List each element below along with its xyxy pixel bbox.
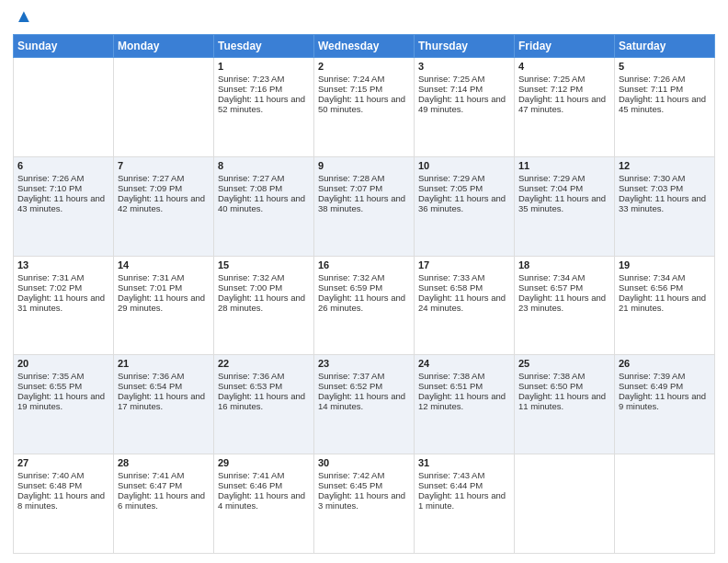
sunrise-text: Sunrise: 7:35 AM	[17, 371, 109, 381]
day-number: 22	[218, 358, 310, 369]
day-number: 20	[17, 358, 109, 369]
calendar-cell: 7Sunrise: 7:27 AMSunset: 7:09 PMDaylight…	[114, 156, 214, 256]
day-number: 16	[318, 259, 410, 270]
sunrise-text: Sunrise: 7:36 AM	[118, 371, 210, 381]
sunrise-text: Sunrise: 7:31 AM	[17, 272, 109, 282]
sunset-text: Sunset: 7:16 PM	[218, 84, 310, 94]
calendar-cell: 9Sunrise: 7:28 AMSunset: 7:07 PMDaylight…	[314, 156, 415, 256]
sunrise-text: Sunrise: 7:34 AM	[619, 272, 711, 282]
daylight-text: Daylight: 11 hours and 16 minutes.	[218, 391, 310, 411]
day-number: 8	[218, 160, 310, 171]
calendar-week-row: 1Sunrise: 7:23 AMSunset: 7:16 PMDaylight…	[14, 58, 715, 157]
day-number: 21	[118, 358, 210, 369]
calendar-cell: 8Sunrise: 7:27 AMSunset: 7:08 PMDaylight…	[214, 156, 314, 256]
sunrise-text: Sunrise: 7:30 AM	[619, 173, 711, 183]
calendar-cell: 13Sunrise: 7:31 AMSunset: 7:02 PMDayligh…	[14, 256, 114, 355]
calendar-cell: 28Sunrise: 7:41 AMSunset: 6:47 PMDayligh…	[114, 454, 214, 554]
day-header-saturday: Saturday	[615, 35, 715, 58]
daylight-text: Daylight: 11 hours and 49 minutes.	[418, 94, 510, 114]
sunset-text: Sunset: 6:45 PM	[318, 480, 410, 490]
day-number: 24	[418, 358, 510, 369]
header: ▲	[13, 9, 715, 27]
daylight-text: Daylight: 11 hours and 33 minutes.	[619, 193, 711, 213]
calendar-cell	[615, 454, 715, 554]
sunrise-text: Sunrise: 7:27 AM	[218, 173, 310, 183]
daylight-text: Daylight: 11 hours and 35 minutes.	[518, 193, 610, 213]
sunset-text: Sunset: 6:44 PM	[418, 480, 510, 490]
calendar-cell: 19Sunrise: 7:34 AMSunset: 6:56 PMDayligh…	[615, 256, 715, 355]
daylight-text: Daylight: 11 hours and 36 minutes.	[418, 193, 510, 213]
daylight-text: Daylight: 11 hours and 6 minutes.	[118, 490, 210, 511]
day-number: 3	[418, 61, 510, 72]
day-number: 10	[418, 160, 510, 171]
calendar-cell: 24Sunrise: 7:38 AMSunset: 6:51 PMDayligh…	[415, 355, 515, 454]
sunrise-text: Sunrise: 7:31 AM	[118, 272, 210, 282]
day-number: 11	[518, 160, 610, 171]
sunrise-text: Sunrise: 7:29 AM	[418, 173, 510, 183]
calendar-cell: 29Sunrise: 7:41 AMSunset: 6:46 PMDayligh…	[214, 454, 314, 554]
daylight-text: Daylight: 11 hours and 1 minute.	[418, 490, 510, 511]
day-number: 15	[218, 259, 310, 270]
sunrise-text: Sunrise: 7:28 AM	[318, 173, 410, 183]
calendar-cell: 23Sunrise: 7:37 AMSunset: 6:52 PMDayligh…	[314, 355, 415, 454]
sunrise-text: Sunrise: 7:43 AM	[418, 470, 510, 480]
sunset-text: Sunset: 6:57 PM	[518, 282, 610, 293]
day-number: 30	[318, 457, 410, 468]
day-number: 28	[118, 457, 210, 468]
daylight-text: Daylight: 11 hours and 29 minutes.	[118, 293, 210, 313]
sunset-text: Sunset: 6:46 PM	[218, 480, 310, 490]
day-number: 13	[17, 259, 109, 270]
calendar-cell: 1Sunrise: 7:23 AMSunset: 7:16 PMDaylight…	[214, 58, 314, 157]
calendar-cell: 26Sunrise: 7:39 AMSunset: 6:49 PMDayligh…	[615, 355, 715, 454]
sunset-text: Sunset: 6:56 PM	[619, 282, 711, 293]
sunrise-text: Sunrise: 7:25 AM	[518, 74, 610, 84]
day-number: 18	[518, 259, 610, 270]
sunset-text: Sunset: 7:02 PM	[17, 282, 109, 293]
sunrise-text: Sunrise: 7:25 AM	[418, 74, 510, 84]
day-number: 19	[619, 259, 711, 270]
sunset-text: Sunset: 6:52 PM	[318, 381, 410, 391]
sunrise-text: Sunrise: 7:38 AM	[418, 371, 510, 381]
day-number: 7	[118, 160, 210, 171]
day-header-monday: Monday	[114, 35, 214, 58]
sunset-text: Sunset: 7:14 PM	[418, 84, 510, 94]
calendar-cell: 17Sunrise: 7:33 AMSunset: 6:58 PMDayligh…	[415, 256, 515, 355]
calendar-cell: 11Sunrise: 7:29 AMSunset: 7:04 PMDayligh…	[515, 156, 615, 256]
calendar-cell	[515, 454, 615, 554]
daylight-text: Daylight: 11 hours and 43 minutes.	[17, 193, 109, 213]
calendar-cell: 21Sunrise: 7:36 AMSunset: 6:54 PMDayligh…	[114, 355, 214, 454]
daylight-text: Daylight: 11 hours and 19 minutes.	[17, 391, 109, 411]
sunset-text: Sunset: 7:11 PM	[619, 84, 711, 94]
daylight-text: Daylight: 11 hours and 45 minutes.	[619, 94, 711, 114]
sunset-text: Sunset: 7:08 PM	[218, 183, 310, 193]
sunrise-text: Sunrise: 7:42 AM	[318, 470, 410, 480]
sunset-text: Sunset: 6:51 PM	[418, 381, 510, 391]
daylight-text: Daylight: 11 hours and 50 minutes.	[318, 94, 410, 114]
daylight-text: Daylight: 11 hours and 4 minutes.	[218, 490, 310, 511]
calendar-cell: 20Sunrise: 7:35 AMSunset: 6:55 PMDayligh…	[14, 355, 114, 454]
daylight-text: Daylight: 11 hours and 28 minutes.	[218, 293, 310, 313]
sunset-text: Sunset: 6:53 PM	[218, 381, 310, 391]
daylight-text: Daylight: 11 hours and 31 minutes.	[17, 293, 109, 313]
calendar-week-row: 13Sunrise: 7:31 AMSunset: 7:02 PMDayligh…	[14, 256, 715, 355]
calendar-cell: 3Sunrise: 7:25 AMSunset: 7:14 PMDaylight…	[415, 58, 515, 157]
calendar-cell: 12Sunrise: 7:30 AMSunset: 7:03 PMDayligh…	[615, 156, 715, 256]
day-number: 26	[619, 358, 711, 369]
calendar-cell	[114, 58, 214, 157]
sunset-text: Sunset: 7:04 PM	[518, 183, 610, 193]
day-number: 27	[17, 457, 109, 468]
sunrise-text: Sunrise: 7:36 AM	[218, 371, 310, 381]
calendar-cell: 27Sunrise: 7:40 AMSunset: 6:48 PMDayligh…	[14, 454, 114, 554]
day-number: 23	[318, 358, 410, 369]
day-number: 5	[619, 61, 711, 72]
sunset-text: Sunset: 7:05 PM	[418, 183, 510, 193]
calendar-cell: 14Sunrise: 7:31 AMSunset: 7:01 PMDayligh…	[114, 256, 214, 355]
day-number: 12	[619, 160, 711, 171]
calendar-cell: 18Sunrise: 7:34 AMSunset: 6:57 PMDayligh…	[515, 256, 615, 355]
day-number: 14	[118, 259, 210, 270]
calendar-week-row: 27Sunrise: 7:40 AMSunset: 6:48 PMDayligh…	[14, 454, 715, 554]
day-number: 17	[418, 259, 510, 270]
sunset-text: Sunset: 6:59 PM	[318, 282, 410, 293]
daylight-text: Daylight: 11 hours and 24 minutes.	[418, 293, 510, 313]
daylight-text: Daylight: 11 hours and 42 minutes.	[118, 193, 210, 213]
